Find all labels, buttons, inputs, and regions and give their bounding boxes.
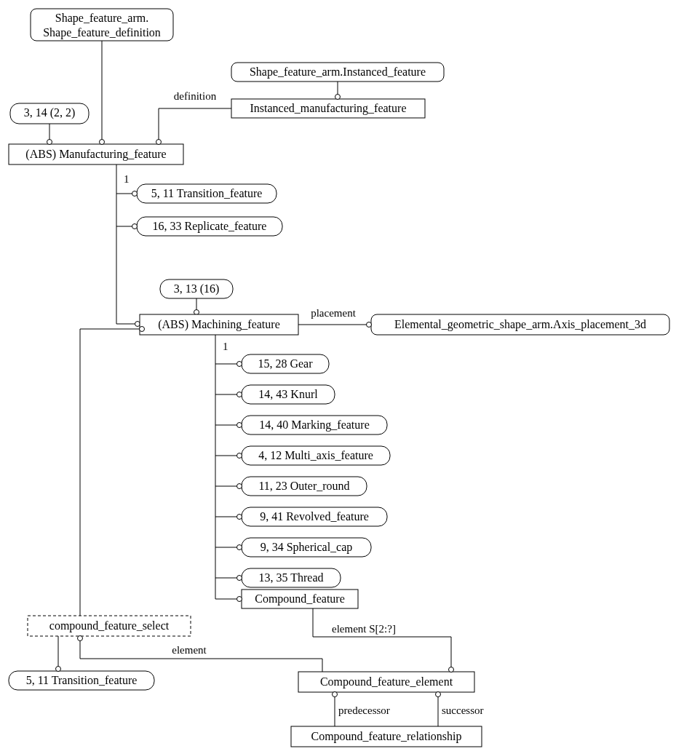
label-instanced-feature-ref: Shape_feature_arm.Instanced_feature: [250, 66, 426, 79]
label-pill-knurl: 14, 43 Knurl: [258, 388, 318, 400]
edge-label-one-b: 1: [223, 341, 228, 352]
svg-point-6: [156, 140, 162, 145]
label-pill-marking: 14, 40 Marking_feature: [259, 418, 370, 432]
label-pill-spherical: 9, 34 Spherical_cap: [260, 541, 353, 554]
svg-point-13: [135, 322, 140, 327]
label-compound-feature-rel: Compound_feature_relationship: [311, 730, 461, 743]
svg-point-28: [237, 453, 242, 459]
label-pill-outer-round: 11, 23 Outer_round: [258, 480, 349, 492]
edge-label-element: element: [172, 644, 207, 656]
label-pill-3-13: 3, 13 (16): [174, 282, 220, 295]
edge-label-placement: placement: [311, 307, 356, 319]
svg-point-36: [237, 576, 242, 581]
label-pill-revolved: 9, 41 Revolved_feature: [260, 510, 369, 523]
label-abs-mfg-feature: (ABS) Manufacturing_feature: [25, 148, 166, 161]
label-pill-replicate: 16, 33 Replicate_feature: [153, 220, 267, 233]
label-compound-feature: Compound_feature: [255, 592, 345, 606]
label-pill-transition-2: 5, 11 Transition_feature: [26, 674, 138, 686]
svg-point-46: [436, 692, 441, 697]
svg-point-24: [237, 392, 242, 397]
svg-point-22: [237, 362, 242, 367]
svg-point-44: [333, 692, 338, 697]
label-pill-transition-1: 5, 11 Transition_feature: [151, 187, 263, 199]
svg-point-30: [237, 484, 242, 489]
label-pill-thread: 13, 35 Thread: [258, 571, 323, 584]
svg-point-1: [100, 140, 105, 145]
edge-label-definition: definition: [174, 90, 217, 102]
label-axis-placement: Elemental_geometric_shape_arm.Axis_place…: [394, 318, 646, 331]
label-shape-feature-def-2: Shape_feature_definition: [43, 26, 161, 39]
svg-point-38: [237, 597, 242, 602]
svg-point-34: [237, 545, 242, 550]
label-pill-3-14: 3, 14 (2, 2): [24, 106, 76, 119]
edge-label-element-set: element S[2:?]: [332, 623, 396, 635]
svg-point-5: [335, 95, 341, 100]
label-pill-multi-axis: 4, 12 Multi_axis_feature: [258, 449, 373, 461]
svg-point-40: [78, 636, 83, 641]
svg-point-3: [47, 140, 52, 145]
label-pill-gear: 15, 28 Gear: [258, 357, 313, 370]
label-instanced-mfg-feature: Instanced_manufacturing_feature: [250, 102, 406, 115]
svg-point-42: [56, 667, 61, 672]
svg-point-11: [132, 224, 138, 229]
svg-point-17: [367, 322, 372, 328]
svg-point-18: [140, 327, 145, 332]
svg-point-32: [237, 515, 242, 520]
label-compound-feature-select: compound_feature_select: [49, 619, 170, 632]
svg-point-15: [194, 310, 199, 315]
svg-point-26: [237, 423, 242, 428]
svg-point-39: [449, 667, 454, 672]
label-abs-machining: (ABS) Machining_feature: [158, 318, 280, 331]
edge-label-predecessor: predecessor: [338, 705, 390, 716]
expressg-diagram: Shape_feature_arm. Shape_feature_definit…: [0, 0, 700, 754]
svg-point-9: [132, 191, 138, 197]
edge-label-successor: successor: [442, 705, 483, 716]
label-compound-feature-element: Compound_feature_element: [320, 675, 453, 688]
edge-label-one-a: 1: [124, 173, 130, 185]
label-shape-feature-def-1: Shape_feature_arm.: [55, 12, 148, 25]
